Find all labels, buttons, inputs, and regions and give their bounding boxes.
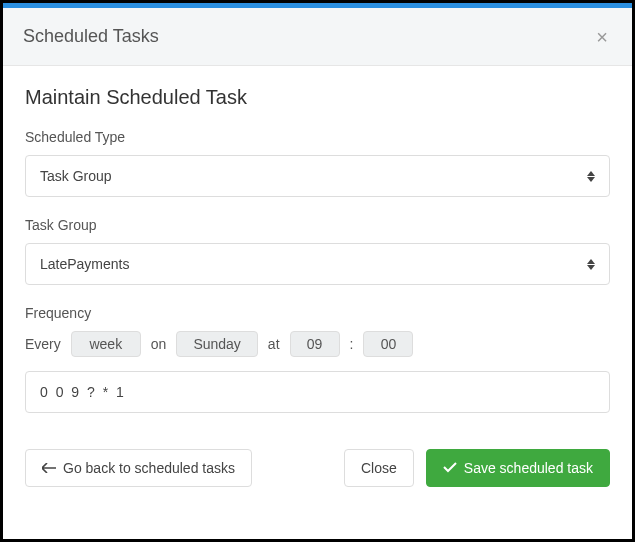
- save-label: Save scheduled task: [464, 460, 593, 476]
- scheduled-type-group: Scheduled Type Task Group: [25, 129, 610, 197]
- frequency-minute-select[interactable]: 00: [363, 331, 413, 357]
- frequency-group: Frequency Every week on Sunday at 09 : 0…: [25, 305, 610, 413]
- check-icon: [443, 460, 457, 476]
- close-button[interactable]: Close: [344, 449, 414, 487]
- save-button[interactable]: Save scheduled task: [426, 449, 610, 487]
- task-group-group: Task Group LatePayments: [25, 217, 610, 285]
- cron-expression-input[interactable]: [25, 371, 610, 413]
- frequency-every-text: Every: [25, 336, 61, 352]
- frequency-day-select[interactable]: Sunday: [176, 331, 257, 357]
- modal-header: Scheduled Tasks ×: [3, 8, 632, 66]
- footer-row: Go back to scheduled tasks Close Save sc…: [25, 449, 610, 487]
- modal-body: Maintain Scheduled Task Scheduled Type T…: [3, 66, 632, 511]
- task-group-label: Task Group: [25, 217, 610, 233]
- footer-right: Close Save scheduled task: [344, 449, 610, 487]
- scheduled-type-label: Scheduled Type: [25, 129, 610, 145]
- frequency-label: Frequency: [25, 305, 610, 321]
- frequency-interval-select[interactable]: week: [71, 331, 141, 357]
- task-group-select[interactable]: LatePayments: [25, 243, 610, 285]
- frequency-colon: :: [350, 336, 354, 352]
- task-group-value: LatePayments: [40, 256, 130, 272]
- frequency-on-text: on: [151, 336, 167, 352]
- scheduled-type-value: Task Group: [40, 168, 112, 184]
- frequency-hour-select[interactable]: 09: [290, 331, 340, 357]
- scheduled-type-select[interactable]: Task Group: [25, 155, 610, 197]
- go-back-button[interactable]: Go back to scheduled tasks: [25, 449, 252, 487]
- close-icon[interactable]: ×: [592, 27, 612, 47]
- frequency-row: Every week on Sunday at 09 : 00: [25, 331, 610, 357]
- section-title: Maintain Scheduled Task: [25, 86, 610, 109]
- sort-icon: [587, 171, 595, 182]
- frequency-at-text: at: [268, 336, 280, 352]
- sort-icon: [587, 259, 595, 270]
- arrow-left-icon: [42, 460, 56, 476]
- close-label: Close: [361, 460, 397, 476]
- go-back-label: Go back to scheduled tasks: [63, 460, 235, 476]
- modal-title: Scheduled Tasks: [23, 26, 159, 47]
